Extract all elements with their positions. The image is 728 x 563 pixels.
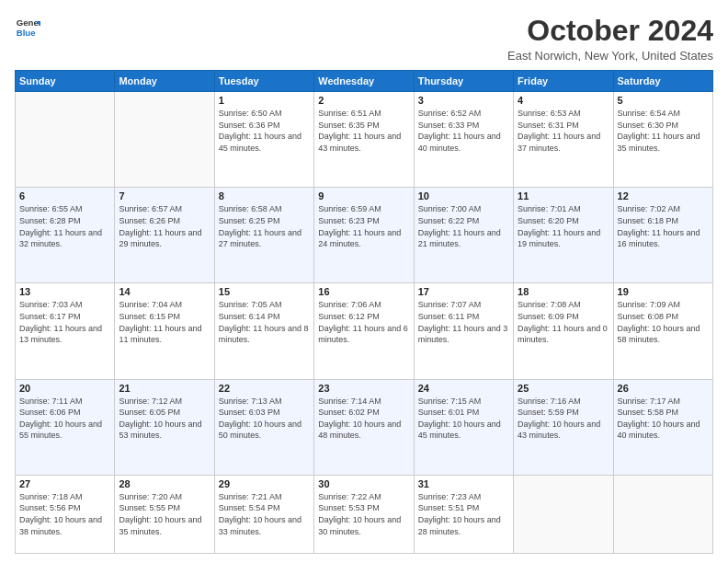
table-row: 15 Sunrise: 7:05 AM Sunset: 6:14 PM Dayl… [214,283,313,379]
sunset-text: Sunset: 6:26 PM [119,216,180,225]
calendar-week-row: 13 Sunrise: 7:03 AM Sunset: 6:17 PM Dayl… [16,283,713,379]
daylight-text: Daylight: 10 hours and 55 minutes. [19,419,102,441]
daylight-text: Daylight: 11 hours and 43 minutes. [318,132,401,153]
day-number: 23 [318,383,409,394]
sunrise-text: Sunrise: 7:05 AM [219,300,282,309]
calendar-table: Sunday Monday Tuesday Wednesday Thursday… [15,70,713,554]
table-row: 26 Sunrise: 7:17 AM Sunset: 5:58 PM Dayl… [613,379,712,475]
daylight-text: Daylight: 11 hours and 29 minutes. [119,228,201,249]
sunset-text: Sunset: 5:55 PM [119,503,180,512]
sunrise-text: Sunrise: 7:02 AM [618,204,681,213]
daylight-text: Daylight: 11 hours and 3 minutes. [418,324,508,345]
day-number: 18 [518,286,609,297]
day-info: Sunrise: 6:52 AM Sunset: 6:33 PM Dayligh… [418,108,509,154]
table-row: 20 Sunrise: 7:11 AM Sunset: 6:06 PM Dayl… [16,379,115,475]
daylight-text: Daylight: 11 hours and 35 minutes. [618,132,700,153]
day-number: 9 [318,190,409,201]
sunset-text: Sunset: 6:33 PM [418,121,480,130]
sunrise-text: Sunrise: 7:17 AM [618,396,681,406]
table-row [613,475,712,553]
table-row: 22 Sunrise: 7:13 AM Sunset: 6:03 PM Dayl… [214,379,313,475]
table-row: 11 Sunrise: 7:01 AM Sunset: 6:20 PM Dayl… [514,188,613,283]
calendar-header-row: Sunday Monday Tuesday Wednesday Thursday… [16,71,713,92]
day-info: Sunrise: 7:09 AM Sunset: 6:08 PM Dayligh… [618,299,709,345]
daylight-text: Daylight: 11 hours and 0 minutes. [518,324,608,345]
subtitle: East Norwich, New York, United States [507,49,713,63]
logo-icon: General Blue [15,15,40,40]
day-number: 20 [19,383,110,394]
col-sunday: Sunday [16,71,115,92]
day-info: Sunrise: 7:01 AM Sunset: 6:20 PM Dayligh… [518,203,609,249]
day-number: 6 [19,190,110,201]
sunset-text: Sunset: 6:15 PM [119,312,180,321]
col-friday: Friday [514,71,613,92]
day-info: Sunrise: 6:58 AM Sunset: 6:25 PM Dayligh… [219,203,310,249]
sunrise-text: Sunrise: 6:55 AM [19,204,83,213]
day-info: Sunrise: 7:08 AM Sunset: 6:09 PM Dayligh… [518,299,609,345]
day-info: Sunrise: 7:15 AM Sunset: 6:01 PM Dayligh… [418,396,509,442]
calendar-week-row: 6 Sunrise: 6:55 AM Sunset: 6:28 PM Dayli… [16,188,713,283]
table-row [16,92,115,188]
sunset-text: Sunset: 5:58 PM [618,408,679,417]
day-info: Sunrise: 7:22 AM Sunset: 5:53 PM Dayligh… [318,491,409,537]
daylight-text: Daylight: 11 hours and 24 minutes. [318,228,401,249]
table-row: 18 Sunrise: 7:08 AM Sunset: 6:09 PM Dayl… [514,283,613,379]
day-number: 10 [418,190,509,201]
day-info: Sunrise: 6:54 AM Sunset: 6:30 PM Dayligh… [618,108,709,154]
day-info: Sunrise: 7:00 AM Sunset: 6:22 PM Dayligh… [418,203,509,249]
sunset-text: Sunset: 6:28 PM [19,216,81,225]
sunrise-text: Sunrise: 7:08 AM [518,300,581,309]
daylight-text: Daylight: 10 hours and 50 minutes. [219,419,301,441]
sunrise-text: Sunrise: 7:01 AM [518,204,581,213]
day-info: Sunrise: 7:16 AM Sunset: 5:59 PM Dayligh… [518,396,609,442]
day-info: Sunrise: 7:02 AM Sunset: 6:18 PM Dayligh… [618,203,709,249]
day-number: 31 [418,478,509,489]
daylight-text: Daylight: 11 hours and 40 minutes. [418,132,501,153]
col-thursday: Thursday [414,71,513,92]
sunrise-text: Sunrise: 7:03 AM [19,300,83,309]
day-number: 2 [318,95,409,106]
table-row: 3 Sunrise: 6:52 AM Sunset: 6:33 PM Dayli… [414,92,513,188]
day-info: Sunrise: 7:17 AM Sunset: 5:58 PM Dayligh… [618,396,709,442]
table-row: 29 Sunrise: 7:21 AM Sunset: 5:54 PM Dayl… [214,475,313,553]
day-info: Sunrise: 6:57 AM Sunset: 6:26 PM Dayligh… [119,203,210,249]
daylight-text: Daylight: 11 hours and 6 minutes. [318,324,408,345]
daylight-text: Daylight: 11 hours and 37 minutes. [518,132,600,153]
table-row: 9 Sunrise: 6:59 AM Sunset: 6:23 PM Dayli… [314,188,414,283]
table-row: 25 Sunrise: 7:16 AM Sunset: 5:59 PM Dayl… [514,379,613,475]
table-row: 30 Sunrise: 7:22 AM Sunset: 5:53 PM Dayl… [314,475,414,553]
day-number: 17 [418,286,509,297]
day-number: 4 [518,95,609,106]
daylight-text: Daylight: 11 hours and 8 minutes. [219,324,309,345]
day-number: 21 [119,383,210,394]
sunset-text: Sunset: 6:23 PM [318,216,380,225]
sunset-text: Sunset: 6:31 PM [518,121,579,130]
sunrise-text: Sunrise: 6:51 AM [318,109,381,118]
logo: General Blue [15,15,40,40]
sunrise-text: Sunrise: 7:22 AM [318,492,381,501]
sunset-text: Sunset: 5:53 PM [318,503,380,512]
day-number: 19 [618,286,709,297]
sunset-text: Sunset: 6:03 PM [219,408,280,417]
col-monday: Monday [115,71,214,92]
sunset-text: Sunset: 6:05 PM [119,408,180,417]
sunset-text: Sunset: 6:35 PM [318,121,380,130]
sunset-text: Sunset: 6:11 PM [418,312,480,321]
daylight-text: Daylight: 10 hours and 43 minutes. [518,419,600,441]
daylight-text: Daylight: 10 hours and 38 minutes. [19,515,102,536]
daylight-text: Daylight: 11 hours and 32 minutes. [19,228,102,249]
table-row: 21 Sunrise: 7:12 AM Sunset: 6:05 PM Dayl… [115,379,214,475]
sunset-text: Sunset: 6:17 PM [19,312,81,321]
daylight-text: Daylight: 11 hours and 27 minutes. [219,228,301,249]
day-number: 15 [219,286,310,297]
day-number: 16 [318,286,409,297]
daylight-text: Daylight: 11 hours and 19 minutes. [518,228,600,249]
col-wednesday: Wednesday [314,71,414,92]
daylight-text: Daylight: 10 hours and 33 minutes. [219,515,301,536]
daylight-text: Daylight: 10 hours and 28 minutes. [418,515,501,536]
daylight-text: Daylight: 11 hours and 16 minutes. [618,228,700,249]
day-info: Sunrise: 7:20 AM Sunset: 5:55 PM Dayligh… [119,491,210,537]
table-row: 27 Sunrise: 7:18 AM Sunset: 5:56 PM Dayl… [16,475,115,553]
main-title: October 2024 [507,15,713,47]
table-row: 7 Sunrise: 6:57 AM Sunset: 6:26 PM Dayli… [115,188,214,283]
